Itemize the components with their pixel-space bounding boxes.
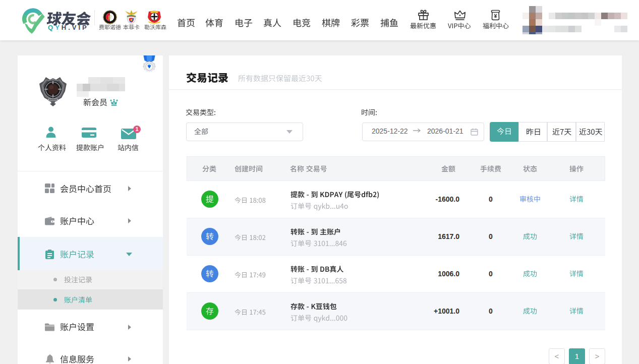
svg-text:F: F [108, 14, 112, 21]
